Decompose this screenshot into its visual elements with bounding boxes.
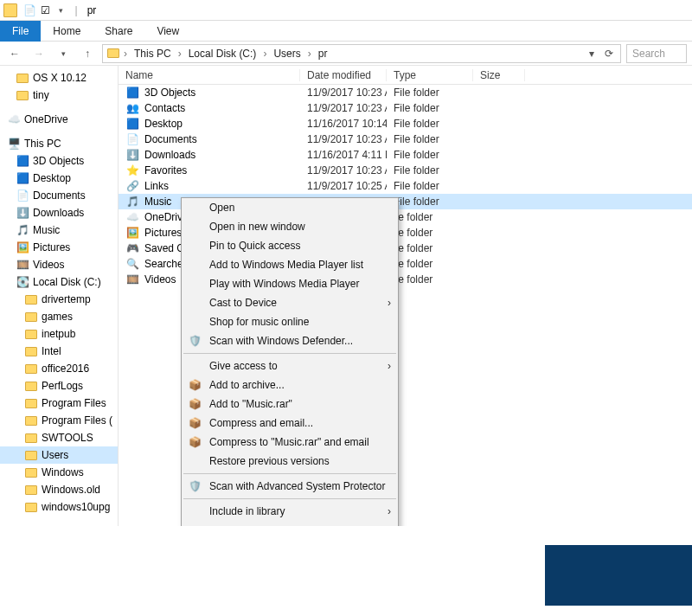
folder-icon (24, 327, 38, 341)
col-date[interactable]: Date modified (300, 69, 387, 81)
3d-icon: 🟦 (16, 154, 29, 168)
chevron-right-icon[interactable]: › (122, 48, 129, 60)
tree-item[interactable]: Windows.old (0, 481, 118, 498)
tree-item[interactable]: OS X 10.12 (0, 69, 118, 87)
qat-pin-icon[interactable]: 📄 (22, 3, 36, 17)
file-row[interactable]: ⬇️Downloads11/16/2017 4:11 PMFile folder (119, 147, 692, 163)
tree-item[interactable]: drivertemp (0, 291, 118, 308)
file-row[interactable]: 🟦Desktop11/16/2017 10:14 ...File folder (119, 116, 692, 132)
pictures-icon: 🖼️ (125, 226, 139, 240)
menu-item[interactable]: Shop for music online (182, 312, 398, 331)
tree-item[interactable]: 💽Local Disk (C:) (0, 273, 118, 291)
tab-file[interactable]: File (0, 21, 41, 42)
tree-label: OneDrive (24, 113, 68, 125)
menu-item[interactable]: Include in library› (182, 502, 398, 521)
tree-item[interactable]: Program Files ( (0, 412, 118, 429)
menu-item[interactable]: 🛡️Scan with Advanced System Protector (182, 477, 398, 496)
menu-label: Compress and email... (209, 417, 313, 429)
col-size[interactable]: Size (473, 69, 525, 81)
ribbon-tabs: File Home Share View (0, 21, 692, 42)
menu-item[interactable]: Cast to Device› (182, 293, 398, 312)
tab-home[interactable]: Home (41, 22, 93, 41)
file-date: 11/9/2017 10:23 AM (300, 133, 387, 145)
onedrive-icon: ☁️ (125, 210, 139, 224)
search-input[interactable]: Search (626, 44, 687, 63)
tree-item[interactable]: games (0, 308, 118, 325)
tab-share[interactable]: Share (93, 22, 144, 41)
up-button[interactable]: ↑ (78, 48, 97, 60)
tree-item[interactable]: 🎞️Videos (0, 256, 118, 273)
chevron-right-icon[interactable]: › (176, 48, 183, 60)
tree-item[interactable]: office2016 (0, 360, 118, 377)
forward-button[interactable]: → (29, 48, 48, 60)
menu-item[interactable]: 📦Compress to "Music.rar" and email (182, 433, 398, 452)
tab-view[interactable]: View (144, 22, 191, 41)
tree-item[interactable]: inetpub (0, 325, 118, 343)
tree-item[interactable]: PerfLogs (0, 377, 118, 395)
menu-item[interactable]: Open (182, 198, 398, 217)
menu-item[interactable]: 📦Add to "Music.rar" (182, 395, 398, 414)
folder-icon (16, 71, 29, 85)
column-headers[interactable]: Name Date modified Type Size (119, 66, 692, 85)
menu-item[interactable]: 🛡️Scan with Windows Defender... (182, 331, 398, 350)
3d-icon: 🟦 (125, 86, 139, 99)
tree-item[interactable]: 🟦Desktop (0, 170, 118, 187)
qat-dropdown-icon[interactable]: ▾ (54, 3, 67, 17)
tree-item[interactable]: windows10upg (0, 498, 118, 516)
tree-item[interactable]: Windows (0, 464, 118, 481)
tree-label: inetpub (42, 328, 75, 340)
back-button[interactable]: ← (5, 48, 24, 60)
file-row[interactable]: 🔗Links11/9/2017 10:25 AMFile folder (119, 178, 692, 194)
file-date: 11/9/2017 10:23 AM (300, 102, 387, 114)
tree-item[interactable]: 🖼️Pictures (0, 239, 118, 256)
refresh-icon[interactable]: ⟳ (601, 48, 617, 60)
chevron-right-icon[interactable]: › (306, 48, 313, 60)
menu-item[interactable]: 📦Add to archive... (182, 375, 398, 395)
tree-item[interactable]: SWTOOLS (0, 429, 118, 446)
file-row[interactable]: ⭐Favorites11/9/2017 10:23 AMFile folder (119, 163, 692, 178)
tree-label: Program Files ( (42, 414, 112, 427)
crumb-users[interactable]: Users (270, 48, 304, 60)
file-name: Contacts (144, 102, 185, 114)
file-name: 3D Objects (144, 87, 195, 99)
tree-item[interactable]: 🎵Music (0, 221, 118, 239)
menu-item[interactable]: Play with Windows Media Player (182, 274, 398, 293)
crumb-disk[interactable]: Local Disk (C:) (185, 48, 260, 60)
tree-item[interactable]: 🟦3D Objects (0, 152, 118, 170)
tree-item[interactable]: ☁️OneDrive (0, 111, 118, 128)
tree-item[interactable]: Intel (0, 343, 118, 360)
address-bar[interactable]: › This PC › Local Disk (C:) › Users › pr… (102, 44, 621, 63)
file-row[interactable]: 🟦3D Objects11/9/2017 10:23 AMFile folder (119, 85, 692, 100)
col-type[interactable]: Type (387, 69, 473, 81)
crumb-pr[interactable]: pr (315, 48, 331, 60)
menu-item[interactable]: Give access to› (182, 356, 398, 375)
menu-label: Compress to "Music.rar" and email (209, 436, 369, 448)
menu-item[interactable]: Pin to Quick access (182, 236, 398, 255)
file-name: Desktop (144, 118, 183, 130)
recent-dropdown[interactable]: ▾ (54, 49, 73, 58)
tree-item[interactable]: 📄Documents (0, 187, 118, 204)
tree-label: games (42, 311, 73, 323)
tree-item[interactable]: Program Files (0, 395, 118, 412)
music-icon: 🎵 (125, 195, 139, 209)
file-date: 11/16/2017 4:11 PM (300, 149, 387, 161)
addr-dropdown-icon[interactable]: ▾ (584, 48, 599, 60)
navigation-pane[interactable]: OS X 10.12tiny☁️OneDrive🖥️This PC🟦3D Obj… (0, 66, 119, 526)
col-name[interactable]: Name (119, 69, 300, 81)
folder-icon (3, 3, 17, 17)
tree-item[interactable]: Users (0, 446, 118, 464)
menu-item[interactable]: 📦Compress and email... (182, 414, 398, 433)
file-row[interactable]: 👥Contacts11/9/2017 10:23 AMFile folder (119, 100, 692, 116)
file-row[interactable]: 📄Documents11/9/2017 10:23 AMFile folder (119, 132, 692, 147)
tree-item[interactable]: 🖥️This PC (0, 135, 118, 152)
menu-item[interactable]: Restore previous versions (182, 452, 398, 471)
crumb-thispc[interactable]: This PC (131, 48, 175, 60)
saved-icon: 🎮 (125, 241, 139, 255)
tree-item[interactable]: ⬇️Downloads (0, 204, 118, 221)
qat-checkbox-icon[interactable]: ☑ (38, 3, 52, 17)
chevron-right-icon[interactable]: › (261, 48, 268, 60)
file-date: 11/9/2017 10:25 AM (300, 180, 387, 192)
tree-item[interactable]: tiny (0, 87, 118, 104)
menu-item[interactable]: Add to Windows Media Player list (182, 255, 398, 274)
menu-item[interactable]: Open in new window (182, 217, 398, 236)
